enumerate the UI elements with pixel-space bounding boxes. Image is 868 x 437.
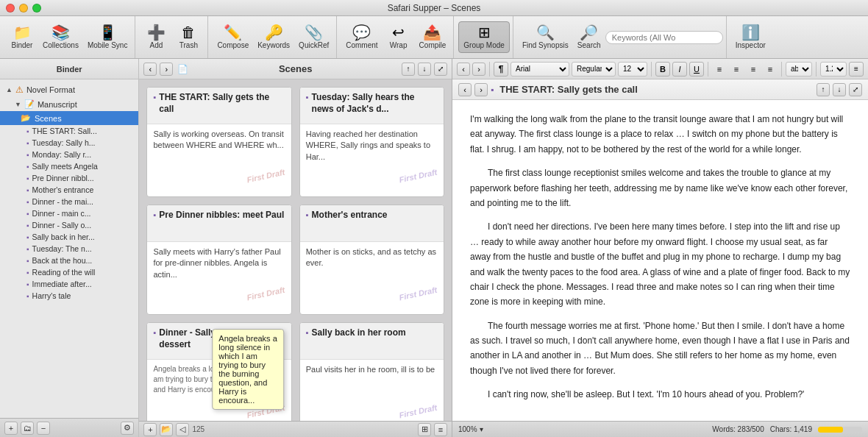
scenes-add-button[interactable]: + [143, 423, 157, 436]
align-left-button[interactable]: ≡ [712, 62, 727, 77]
mode-group: ⊞ Group Mode [455, 16, 513, 58]
find-synopsis-button[interactable]: 🔍 Find Synopsis [518, 22, 573, 52]
settings-button[interactable]: ⚙ [121, 422, 134, 435]
editor-content[interactable]: I'm walking the long walk from the plane… [452, 100, 868, 421]
editor-back-button[interactable]: ‹ [457, 63, 470, 76]
scene-card-6[interactable]: ▪ Sally back in her room Paul visits her… [299, 322, 444, 421]
editor-down-button[interactable]: ↓ [833, 83, 846, 96]
inspector-group: ℹ️ Inspector [728, 16, 773, 58]
sidebar-scene-13[interactable]: ▪ Reading of the will [0, 266, 138, 278]
paragraph-mark-button[interactable]: ¶ [494, 62, 508, 77]
sidebar: Binder ▲ ⚠ Novel Format ▼ 📝 Manuscript 📂… [0, 59, 139, 437]
add-folder-button[interactable]: 🗂 [21, 422, 34, 435]
scene-card-1-body: Sally is working overseas. On transit be… [147, 124, 291, 196]
editor-up-button[interactable]: ↑ [817, 83, 830, 96]
scenes-up-button[interactable]: ↑ [402, 63, 415, 76]
sidebar-item-scenes[interactable]: 📂 Scenes [0, 111, 138, 125]
wrap-button[interactable]: ↩ Wrap [383, 22, 415, 52]
scene-icon-14: ▪ [26, 280, 29, 288]
sidebar-scene-7[interactable]: ▪ Dinner - the mai... [0, 196, 138, 207]
sidebar-scene-3[interactable]: ▪ Monday: Sally r... [0, 149, 138, 160]
comment-button[interactable]: 💬 Comment [341, 22, 382, 52]
maximize-button[interactable] [32, 4, 41, 13]
sidebar-scene-4[interactable]: ▪ Sally meets Angela [0, 160, 138, 172]
scene-card-5-icon: ▪ [153, 328, 156, 337]
sidebar-header: Binder [0, 59, 138, 79]
wrap-label: Wrap [390, 41, 408, 49]
scene-card-2[interactable]: ▪ Tuesday: Sally hears the news of Jack'… [299, 87, 444, 197]
mobile-sync-button[interactable]: 📱 Mobile Sync [83, 22, 132, 52]
scenes-nav-left[interactable]: ◁ [176, 423, 189, 436]
collections-button[interactable]: 📚 Collections [38, 22, 83, 52]
scene-card-5[interactable]: ▪ Dinner - Sally opts out of dessert Ang… [146, 322, 291, 421]
align-right-button[interactable]: ≡ [746, 62, 761, 77]
add-item-button[interactable]: + [4, 422, 18, 435]
sidebar-novel-format[interactable]: ▲ ⚠ Novel Format [0, 82, 138, 97]
scenes-expand-button[interactable]: ⤢ [434, 63, 447, 76]
scenes-add-folder-button[interactable]: 📂 [160, 423, 173, 436]
italic-button[interactable]: I [672, 62, 687, 77]
font-family-select[interactable]: Arial [511, 62, 569, 77]
sidebar-manuscript[interactable]: ▼ 📝 Manuscript [0, 97, 138, 111]
scene-card-3[interactable]: ▪ Pre Dinner nibbles: meet Paul Sally me… [146, 205, 291, 315]
line-spacing-select[interactable]: 1.2 [820, 62, 847, 77]
warning-icon: ⚠ [15, 85, 24, 95]
sidebar-scene-11[interactable]: ▪ Tuesday: The n... [0, 243, 138, 255]
scene-card-1[interactable]: ▪ THE START: Sally gets the call Sally i… [146, 87, 291, 197]
sidebar-scene-6[interactable]: ▪ Mother's entrance [0, 184, 138, 196]
editor-header-back[interactable]: ‹ [458, 83, 472, 96]
scene-card-2-body: Having reached her destination WHERE, Sa… [300, 124, 444, 196]
search-box[interactable] [605, 31, 723, 44]
align-justify-button[interactable]: ≡ [763, 62, 778, 77]
scenes-back-button[interactable]: ‹ [143, 63, 157, 76]
sidebar-scene-8[interactable]: ▪ Dinner - main c... [0, 207, 138, 219]
search-button[interactable]: 🔎 Search [573, 22, 605, 52]
sidebar-scene-10[interactable]: ▪ Sally back in her... [0, 231, 138, 243]
font-size-select[interactable]: 12 [618, 62, 647, 77]
underline-button[interactable]: U [689, 62, 704, 77]
scene-card-2-title: Tuesday: Sally hears the news of Jack's … [312, 92, 438, 115]
compose-icon: ✏️ [224, 25, 242, 40]
keywords-button[interactable]: 🔑 Keywords [253, 22, 294, 52]
sidebar-scene-5[interactable]: ▪ Pre Dinner nibbl... [0, 172, 138, 184]
font-style-select[interactable]: Regular [572, 62, 616, 77]
minimize-button[interactable] [19, 4, 28, 13]
search-input[interactable] [612, 33, 716, 42]
keywords-label: Keywords [257, 41, 290, 49]
sidebar-scene-14[interactable]: ▪ Immediate after... [0, 278, 138, 290]
text-color-select[interactable]: abc [786, 62, 812, 77]
compile-button[interactable]: 📤 Compile [415, 22, 451, 52]
scene-card-2-header: ▪ Tuesday: Sally hears the news of Jack'… [300, 88, 444, 124]
editor-header-forward[interactable]: › [474, 83, 488, 96]
add-button[interactable]: ➕ Add [140, 22, 172, 52]
scenes-view-toggle-2[interactable]: ≡ [434, 423, 447, 436]
zoom-control[interactable]: 100% ▾ [458, 425, 483, 433]
trash-button[interactable]: 🗑 Trash [172, 22, 204, 52]
scene-card-4[interactable]: ▪ Mother's entrance Mother is on sticks,… [299, 205, 444, 315]
window-controls[interactable] [6, 4, 41, 13]
compose-button[interactable]: ✏️ Compose [213, 22, 253, 52]
scenes-forward-button[interactable]: › [160, 63, 173, 76]
editor-forward-button[interactable]: › [472, 63, 485, 76]
scene-icon-2: ▪ [26, 139, 29, 147]
binder-button[interactable]: 📁 Binder [6, 22, 38, 52]
editor-expand-button[interactable]: ⤢ [849, 83, 862, 96]
bold-button[interactable]: B [655, 62, 670, 77]
group-mode-button[interactable]: ⊞ Group Mode [458, 21, 510, 53]
sidebar-scene-2[interactable]: ▪ Tuesday: Sally h... [0, 137, 138, 149]
inspector-button[interactable]: ℹ️ Inspector [731, 22, 770, 52]
close-button[interactable] [6, 4, 15, 13]
list-button[interactable]: ≡ [849, 62, 864, 77]
quickref-button[interactable]: 📎 QuickRef [294, 22, 333, 52]
sidebar-scene-9[interactable]: ▪ Dinner - Sally o... [0, 219, 138, 231]
scene-card-4-body: Mother is on sticks, and as tetchy as ev… [300, 242, 444, 314]
scene-icon-13: ▪ [26, 269, 29, 277]
sidebar-scene-15[interactable]: ▪ Harry's tale [0, 290, 138, 302]
scenes-down-button[interactable]: ↓ [418, 63, 431, 76]
sidebar-scene-12[interactable]: ▪ Back at the hou... [0, 255, 138, 266]
editor-doc-icon: ▪ [491, 85, 494, 95]
scenes-view-toggle-1[interactable]: ⊞ [418, 423, 431, 436]
align-center-button[interactable]: ≡ [729, 62, 744, 77]
delete-item-button[interactable]: − [37, 422, 50, 435]
sidebar-scene-1[interactable]: ▪ THE START: Sall... [0, 125, 138, 137]
